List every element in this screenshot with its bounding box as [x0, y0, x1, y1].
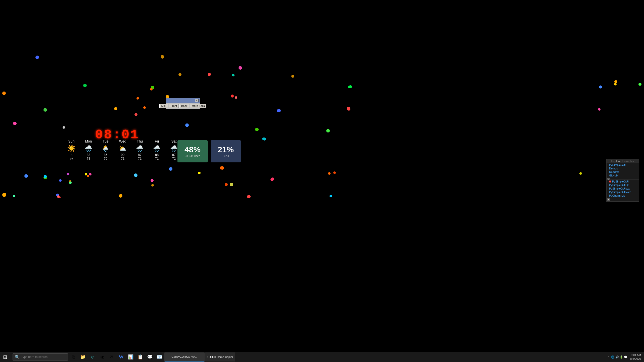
ball-28 — [326, 129, 330, 132]
ball-40 — [151, 184, 154, 187]
cpu-percent: 21% — [218, 145, 234, 154]
ball-62 — [347, 108, 350, 111]
weather-low-0: 76 — [63, 157, 79, 161]
weather-day-name-0: Sun — [63, 139, 79, 143]
search-icon: 🔍 — [15, 355, 20, 359]
app6-icon[interactable]: 📋 — [136, 352, 145, 361]
weather-day-name-4: Thu — [132, 139, 148, 143]
ball-16 — [235, 96, 237, 99]
explorer-item-0[interactable]: PySimpleGUI — [607, 163, 639, 167]
weather-icon-0: ☀️ — [63, 144, 79, 153]
weather-day-name-3: Wed — [115, 139, 131, 143]
ball-11 — [136, 97, 139, 100]
weather-high-3: 90 — [115, 153, 131, 157]
ball-9 — [150, 88, 153, 90]
explorer2-item-1[interactable]: PySimpleGUIQt — [607, 183, 639, 187]
gooey-gui-taskbar-item[interactable]: GooeyGUI [C:\Pyth... — [164, 352, 205, 361]
cpu-widget: 21% CPU — [211, 140, 241, 162]
ram-label: 23 GB used — [185, 154, 200, 158]
sound-icon[interactable]: 🔊 — [615, 355, 619, 359]
weather-day-2: Tue 🌦️ 86 70 — [97, 139, 114, 161]
weather-high-4: 87 — [132, 153, 148, 157]
explorer2-item-2[interactable]: PySimpleGUIWx — [607, 187, 639, 190]
ball-44 — [220, 166, 223, 169]
dialog-button-row: Kick Front Back More Balls — [166, 103, 200, 109]
explorer2-item-4[interactable]: PyCharm Me — [607, 194, 639, 197]
app8-icon[interactable]: 📧 — [155, 352, 164, 361]
app7-icon[interactable]: 💬 — [145, 352, 154, 361]
balls-dialog[interactable]: × Kick Front Back More Balls — [166, 98, 200, 109]
weather-low-2: 70 — [98, 157, 114, 160]
more-balls-button[interactable]: More Balls — [190, 104, 206, 108]
taskbar-search-box[interactable]: 🔍 — [13, 353, 68, 360]
taskbar-date-display: 8/2/2020 — [630, 357, 641, 361]
ball-37 — [119, 194, 122, 198]
explorer2-item-3[interactable]: PySimpleGUIWeb — [607, 190, 639, 194]
ball-66 — [225, 183, 228, 186]
ball-64 — [579, 172, 582, 175]
dialog-titlebar: × — [166, 98, 200, 103]
ball-59 — [614, 83, 617, 85]
weather-day-name-1: Mon — [80, 139, 97, 143]
explorer-item-3[interactable]: GitHub — [607, 174, 639, 177]
ball-68 — [67, 173, 69, 175]
word-icon[interactable]: W — [117, 352, 126, 361]
weather-low-1: 73 — [80, 157, 97, 160]
taskbar: ⊞ 🔍 ⧉ 📁 e 🛍 ✉ W 📊 📋 💬 📧 GooeyGUI [C:\Pyt… — [0, 352, 644, 362]
system-tray: ^ 🌐 🔊 🔋 💬 — [607, 355, 628, 359]
ball-38 — [151, 179, 154, 182]
explorer-item-1[interactable]: Demos — [607, 167, 639, 170]
search-input[interactable] — [21, 355, 66, 359]
battery-icon[interactable]: 🔋 — [619, 355, 623, 359]
ball-35 — [87, 175, 89, 177]
kick-button[interactable]: Kick — [159, 104, 168, 108]
edge-icon[interactable]: e — [88, 352, 97, 361]
weather-day-5: Fri 🌧️ 88 71 — [148, 139, 165, 161]
weather-day-3: Wed ⛅ 90 71 — [114, 139, 131, 161]
tray-arrow[interactable]: ^ — [607, 355, 611, 359]
front-button[interactable]: Front — [169, 104, 179, 108]
explorer-item-2[interactable]: Readme — [607, 170, 639, 174]
ball-32 — [44, 175, 47, 178]
ball-43 — [230, 183, 233, 186]
action-center-icon[interactable]: 💬 — [624, 355, 628, 359]
app5-icon[interactable]: 📊 — [126, 352, 135, 361]
explorer2-item-0[interactable]: PySimpleGUI — [607, 180, 639, 183]
ball-41 — [198, 172, 201, 174]
weather-low-3: 71 — [115, 157, 131, 160]
back-button[interactable]: Back — [179, 104, 189, 108]
weather-low-4: 71 — [132, 157, 148, 160]
ball-46 — [328, 172, 331, 175]
ball-5 — [232, 74, 235, 76]
weather-high-2: 86 — [98, 153, 114, 157]
ball-22 — [13, 122, 17, 125]
ball-61 — [638, 83, 641, 86]
ball-17 — [143, 106, 146, 109]
file-explorer-icon[interactable]: 📁 — [78, 352, 87, 361]
ball-54 — [247, 195, 251, 198]
weather-icon-2: 🌦️ — [98, 144, 114, 152]
weather-day-1: Mon 🌧️ 83 73 — [80, 139, 97, 161]
weather-high-1: 83 — [80, 153, 97, 157]
explorer-launcher2-close[interactable]: × — [607, 198, 610, 201]
ball-58 — [599, 85, 602, 88]
start-button[interactable]: ⊞ — [0, 352, 10, 362]
mail-icon[interactable]: ✉ — [107, 352, 116, 361]
store-icon[interactable]: 🛍 — [98, 352, 107, 361]
ball-67 — [134, 173, 137, 177]
taskbar-right-area: ^ 🌐 🔊 🔋 💬 8:01 AM 8/2/2020 — [607, 353, 644, 361]
weather-day-4: Thu 🌧️ 87 71 — [131, 139, 148, 161]
taskview-button[interactable]: ⧉ — [69, 352, 78, 361]
network-icon[interactable]: 🌐 — [611, 355, 615, 359]
ball-63 — [598, 108, 601, 111]
ball-48 — [2, 193, 6, 197]
github-demo-icon[interactable]: GitHub Demo Copier — [205, 352, 235, 361]
ball-36 — [89, 173, 91, 175]
dialog-close-button[interactable]: × — [195, 99, 199, 102]
ram-widget: 48% 23 GB used — [177, 140, 208, 162]
taskbar-clock[interactable]: 8:01 AM 8/2/2020 — [630, 353, 642, 361]
ball-33 — [59, 179, 62, 182]
ball-26 — [262, 138, 265, 140]
ball-20 — [134, 113, 137, 116]
ball-53 — [85, 173, 87, 175]
